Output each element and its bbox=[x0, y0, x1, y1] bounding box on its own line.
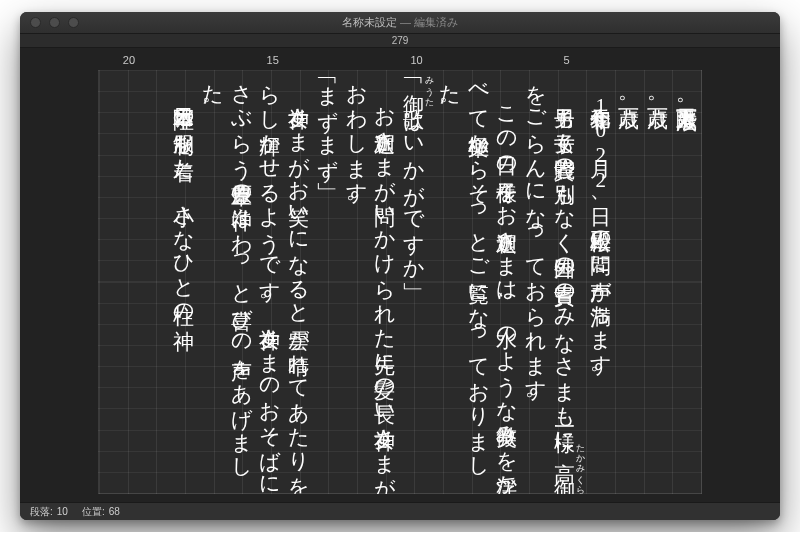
ruby: 高御座たかみくら bbox=[553, 441, 577, 486]
text-line: 日本陸軍の制服を着た、小さなひと柱の神 bbox=[169, 70, 198, 494]
ruler-center-value: 279 bbox=[392, 35, 409, 46]
ruler-mark: 15 bbox=[267, 54, 279, 66]
window-title: 名称未設定 — 編集済み bbox=[342, 15, 458, 30]
text-line: 女神さまがお笑いになると雲が晴れてあたりを照らし輝かせるようです。女神さまのおそ… bbox=[198, 70, 313, 494]
text-line: 「まずまず」 bbox=[313, 70, 342, 494]
document-text[interactable]: 天皇陛下万歳。 万歳。 万歳。 令和元年10月22日、正殿松の間に声が満ちます。… bbox=[98, 70, 702, 494]
status-pos-label: 位置: bbox=[82, 505, 105, 519]
ruler-mark: 20 bbox=[123, 54, 135, 66]
text-line: お釈迦さまが問いかけられた先に髪の長い女神さまがおわします。 bbox=[342, 70, 400, 494]
column-ruler: 5101520 bbox=[98, 52, 702, 68]
close-icon[interactable] bbox=[30, 17, 41, 28]
title-sub: 編集済み bbox=[414, 16, 458, 28]
status-para-value: 10 bbox=[57, 506, 68, 517]
editor-area[interactable]: 5101520 天皇陛下万歳。 万歳。 万歳。 令和元年10月22日、正殿松の間… bbox=[20, 48, 780, 502]
status-para-label: 段落: bbox=[30, 505, 53, 519]
ruby: 御歌みうた bbox=[402, 71, 426, 98]
text-line: 「御歌みうたはいかがですか」 bbox=[399, 70, 435, 494]
title-bar[interactable]: 名称未設定 — 編集済み bbox=[20, 12, 780, 34]
app-window: 名称未設定 — 編集済み 279 5101520 天皇陛下万歳。 万歳。 万歳。… bbox=[20, 12, 780, 520]
window-controls bbox=[30, 17, 79, 28]
status-bar: 段落: 10 位置: 68 bbox=[20, 502, 780, 520]
zoom-icon[interactable] bbox=[68, 17, 79, 28]
status-pos-value: 68 bbox=[109, 506, 120, 517]
minimize-icon[interactable] bbox=[49, 17, 60, 28]
text-line: 万歳。 bbox=[615, 70, 644, 494]
text-line: 男子も女子も貴賤の別もなく外国の貴賓のみなさまも一様に高御座たかみくらをごらんに… bbox=[521, 70, 586, 494]
text-line: この日の様子をお釈迦さまは、水のような微笑みを浮かべて極樂からそっとご覧になって… bbox=[435, 70, 521, 494]
text-line: 天皇陛下万歳。 bbox=[672, 70, 701, 494]
text-line: 令和元年10月22日、正殿松の間に声が満ちます。 bbox=[586, 70, 615, 494]
ruler-mark: 10 bbox=[410, 54, 422, 66]
title-separator: — bbox=[400, 16, 414, 28]
ruler-mark: 5 bbox=[563, 54, 569, 66]
text-line: 万歳。 bbox=[643, 70, 672, 494]
title-main: 名称未設定 bbox=[342, 16, 397, 28]
manuscript-sheet: 天皇陛下万歳。 万歳。 万歳。 令和元年10月22日、正殿松の間に声が満ちます。… bbox=[98, 70, 702, 494]
ruler-center-bar: 279 bbox=[20, 34, 780, 48]
